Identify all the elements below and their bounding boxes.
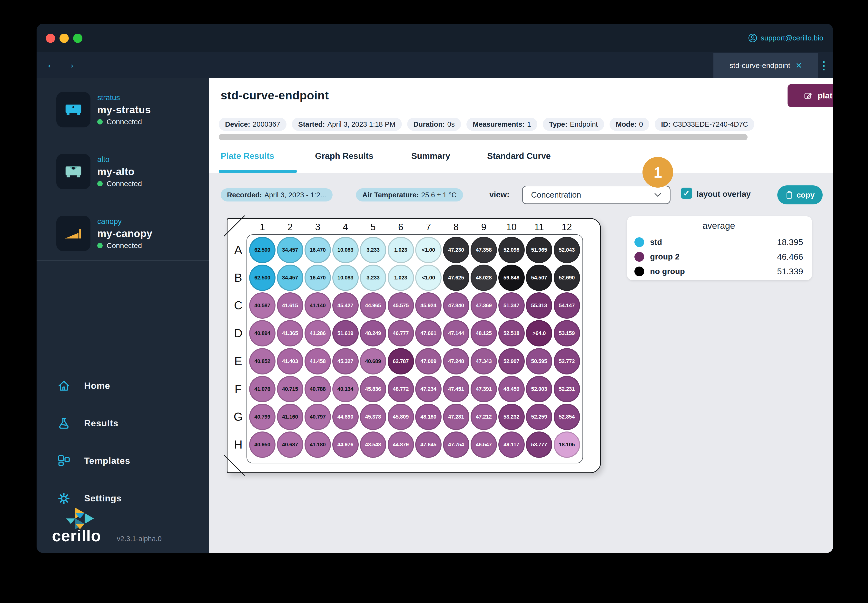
device-status-text: Connected bbox=[107, 241, 142, 250]
plate-row-label-D: D bbox=[231, 326, 245, 340]
copy-button[interactable]: copy bbox=[777, 186, 823, 204]
close-window-button[interactable] bbox=[46, 34, 55, 43]
well-A8: 47.230 bbox=[443, 237, 470, 263]
well-D5: 48.249 bbox=[360, 320, 386, 346]
group-label: group 2 bbox=[650, 252, 679, 261]
tab-plate-results[interactable]: Plate Results bbox=[221, 151, 274, 161]
layout-overlay-checkbox[interactable]: ✓ bbox=[681, 188, 692, 199]
sidebar-nav-item[interactable]: Results bbox=[37, 416, 209, 431]
gear-icon bbox=[56, 491, 71, 506]
well-B12: 52.690 bbox=[554, 264, 580, 291]
tab-title: std-curve-endpoint bbox=[730, 62, 790, 70]
well-F10: 48.459 bbox=[498, 376, 525, 402]
device-name: my-stratus bbox=[97, 104, 151, 116]
plate-col-label-11: 11 bbox=[529, 222, 549, 232]
well-E11: 50.595 bbox=[526, 348, 552, 374]
annotation-badge-1: 1 bbox=[642, 157, 673, 188]
well-D2: 41.365 bbox=[277, 320, 303, 346]
screenshot-stage: support@cerillo.bio ← → std-curve-endpoi… bbox=[0, 0, 868, 603]
minimize-window-button[interactable] bbox=[59, 34, 69, 43]
well-F8: 47.451 bbox=[443, 376, 470, 402]
well-F5: 45.836 bbox=[360, 376, 386, 402]
device-status-text: Connected bbox=[107, 179, 142, 188]
view-label: view: bbox=[489, 190, 510, 199]
well-E1: 40.852 bbox=[249, 348, 276, 374]
well-G9: 47.212 bbox=[471, 404, 497, 430]
group-average-value: 51.339 bbox=[777, 266, 803, 276]
chevron-down-icon bbox=[654, 193, 662, 197]
app-navbar: ← → std-curve-endpoint ✕ ⋮ bbox=[37, 53, 833, 78]
well-H4: 44.976 bbox=[332, 431, 359, 458]
device-list-item[interactable]: alto my-alto Connected bbox=[37, 154, 209, 189]
plate-col-label-3: 3 bbox=[308, 222, 327, 232]
view-dropdown[interactable]: Concentration bbox=[522, 186, 671, 204]
well-G6: 45.809 bbox=[388, 404, 414, 430]
well-A10: 52.098 bbox=[498, 237, 525, 263]
well-D8: 47.144 bbox=[443, 320, 470, 346]
experiment-meta-row: Device:2000367Started:April 3, 2023 1:18… bbox=[219, 118, 833, 131]
tab-graph-results[interactable]: Graph Results bbox=[315, 151, 373, 161]
well-E2: 41.403 bbox=[277, 348, 303, 374]
plate-row-label-C: C bbox=[231, 298, 245, 312]
back-arrow-icon[interactable]: ← bbox=[46, 57, 57, 71]
meta-scrollbar[interactable] bbox=[219, 134, 747, 140]
close-tab-icon[interactable]: ✕ bbox=[795, 61, 802, 70]
plate-col-label-8: 8 bbox=[446, 222, 466, 232]
well-B8: 47.625 bbox=[443, 264, 470, 291]
well-D11: >64.0 bbox=[526, 320, 552, 346]
forward-arrow-icon[interactable]: → bbox=[64, 57, 76, 71]
device-type-label: alto bbox=[97, 155, 142, 164]
overflow-menu-icon[interactable]: ⋮ bbox=[818, 59, 829, 73]
device-thumbnail bbox=[56, 154, 90, 189]
well-G12: 52.854 bbox=[554, 404, 580, 430]
device-name: my-alto bbox=[97, 166, 142, 178]
sidebar-nav-label: Templates bbox=[84, 456, 130, 466]
sidebar-nav-item[interactable]: Home bbox=[37, 378, 209, 393]
recorded-chip: Recorded:April 3, 2023 - 1:2... bbox=[221, 188, 333, 201]
well-E7: 47.009 bbox=[415, 348, 442, 374]
well-G7: 48.180 bbox=[415, 404, 442, 430]
meta-chip: Started:April 3, 2023 1:18 PM bbox=[292, 118, 401, 131]
group-color-icon bbox=[634, 237, 644, 247]
connected-status-icon bbox=[97, 181, 103, 186]
sidebar-nav-item[interactable]: Templates bbox=[37, 453, 209, 468]
well-E6: 62.787 bbox=[388, 348, 414, 374]
well-F4: 40.134 bbox=[332, 376, 359, 402]
plate-col-label-10: 10 bbox=[502, 222, 521, 232]
plate-col-label-9: 9 bbox=[474, 222, 493, 232]
sidebar-nav-item[interactable]: Settings bbox=[37, 491, 209, 506]
app-version: v2.3.1-alpha.0 bbox=[117, 535, 162, 544]
well-A9: 47.358 bbox=[471, 237, 497, 263]
meta-chip: Mode:0 bbox=[609, 118, 649, 131]
plate-layout-button[interactable]: plate layout bbox=[787, 84, 833, 107]
well-C12: 54.147 bbox=[554, 292, 580, 319]
well-A7: <1.00 bbox=[415, 237, 442, 263]
group-average-value: 18.395 bbox=[777, 237, 803, 247]
plate-col-label-12: 12 bbox=[557, 222, 577, 232]
device-list-item[interactable]: stratus my-stratus Connected bbox=[37, 92, 209, 127]
maximize-window-button[interactable] bbox=[73, 34, 82, 43]
home-icon bbox=[56, 378, 71, 393]
well-E12: 52.772 bbox=[554, 348, 580, 374]
tab-summary[interactable]: Summary bbox=[411, 151, 450, 161]
connected-status-icon bbox=[97, 119, 103, 125]
device-list-item[interactable]: canopy my-canopy Connected bbox=[37, 216, 209, 251]
sidebar-nav-label: Home bbox=[84, 381, 110, 391]
well-H9: 46.547 bbox=[471, 431, 497, 458]
main-content: std-curve-endpoint plate layout export D… bbox=[209, 78, 833, 553]
well-G5: 45.378 bbox=[360, 404, 386, 430]
tab-standard-curve[interactable]: Standard Curve bbox=[487, 151, 551, 161]
plate-corner-chamfer bbox=[224, 455, 245, 476]
page-title: std-curve-endpoint bbox=[221, 89, 329, 102]
tab-std-curve-endpoint[interactable]: std-curve-endpoint ✕ bbox=[713, 53, 818, 78]
well-C7: 45.924 bbox=[415, 292, 442, 319]
meta-chip: Device:2000367 bbox=[219, 118, 287, 131]
well-D9: 48.125 bbox=[471, 320, 497, 346]
group-label: std bbox=[650, 238, 662, 247]
account-menu[interactable]: support@cerillo.bio bbox=[748, 24, 823, 53]
well-H11: 53.777 bbox=[526, 431, 552, 458]
well-B5: 3.233 bbox=[360, 264, 386, 291]
well-D12: 53.159 bbox=[554, 320, 580, 346]
device-thumbnail bbox=[56, 92, 90, 127]
sidebar-divider bbox=[37, 353, 209, 353]
